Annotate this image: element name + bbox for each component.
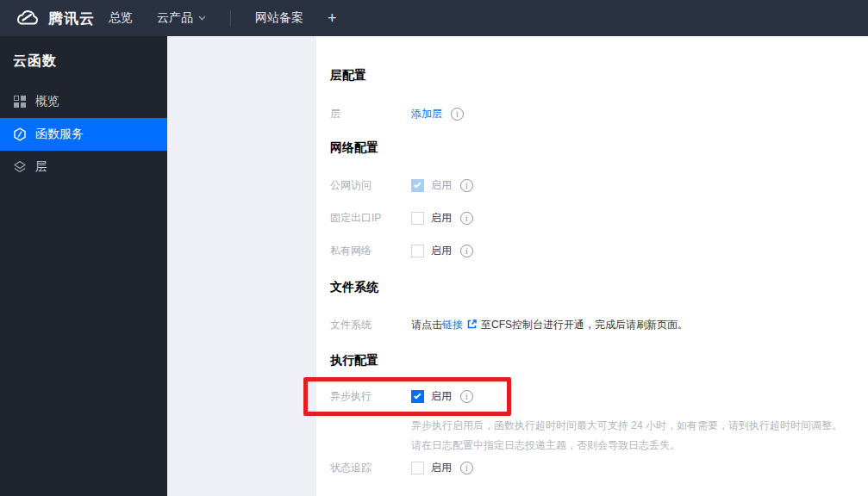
section-heading-execution-config: 执行配置	[330, 353, 378, 369]
status-tracking-checkbox[interactable]	[411, 462, 424, 474]
filesystem-label: 文件系统	[330, 318, 411, 332]
main-content: 层配置 层 添加层 i 网络配置 公网访问 启用 i 固定出口IP 启用 i 私…	[316, 36, 868, 496]
layer-label: 层	[330, 107, 411, 121]
grid-icon	[13, 95, 27, 108]
vpc-checkbox[interactable]	[411, 245, 424, 257]
enable-label: 启用	[431, 461, 452, 475]
sidebar-item-layers[interactable]: 层	[0, 151, 167, 183]
info-icon[interactable]: i	[451, 108, 464, 121]
async-execution-label: 异步执行	[330, 389, 411, 404]
nav-overview[interactable]: 总览	[109, 0, 133, 36]
fixed-outbound-ip-checkbox[interactable]	[411, 212, 424, 225]
sidebar-item-function-service[interactable]: 函数服务	[0, 118, 167, 151]
topnav: 总览 云产品 网站备案 +	[109, 0, 337, 36]
brand[interactable]: 腾讯云	[0, 8, 109, 28]
public-access-checkbox	[411, 179, 424, 192]
public-access-row: 公网访问 启用 i	[330, 177, 473, 193]
info-icon[interactable]: i	[460, 390, 473, 403]
sidebar-item-overview[interactable]: 概览	[0, 85, 167, 118]
sidebar: 云函数 概览 函数服务 层	[0, 36, 167, 496]
sidebar-title: 云函数	[0, 36, 167, 85]
enable-label: 启用	[431, 389, 452, 404]
section-heading-layer-config: 层配置	[330, 68, 366, 84]
section-heading-filesystem: 文件系统	[330, 280, 378, 295]
sidebar-item-label: 函数服务	[35, 127, 84, 142]
enable-label: 启用	[431, 244, 452, 258]
info-icon[interactable]: i	[460, 179, 473, 192]
async-execution-help: 异步执行启用后，函数执行超时时间最大可支持 24 小时，如有需要，请到执行超时时…	[411, 416, 868, 456]
app-body: 云函数 概览 函数服务 层	[0, 36, 868, 496]
section-heading-network-config: 网络配置	[330, 140, 378, 156]
nav-cloud-products[interactable]: 云产品	[157, 0, 206, 36]
cfs-console-link[interactable]: 链接	[442, 319, 463, 331]
enable-label: 启用	[431, 178, 452, 193]
topbar: 腾讯云 总览 云产品 网站备案 +	[0, 0, 868, 36]
add-layer-link[interactable]: 添加层	[411, 107, 442, 121]
sidebar-item-label: 概览	[35, 94, 59, 109]
async-help-line2: 请在日志配置中指定日志投递主题，否则会导致日志丢失。	[411, 436, 868, 456]
async-execution-row: 异步执行 启用 i	[330, 388, 473, 404]
fixed-outbound-ip-row: 固定出口IP 启用 i	[330, 210, 473, 226]
status-tracking-label: 状态追踪	[330, 461, 411, 475]
enable-label: 启用	[431, 211, 452, 226]
filesystem-hint: 请点击链接至CFS控制台进行开通，完成后请刷新页面。	[411, 318, 688, 332]
public-access-label: 公网访问	[330, 178, 411, 193]
external-link-icon	[466, 319, 478, 330]
filesystem-row: 文件系统 请点击链接至CFS控制台进行开通，完成后请刷新页面。	[330, 317, 688, 332]
vpc-label: 私有网络	[330, 244, 411, 258]
nav-cloud-products-label: 云产品	[157, 10, 193, 26]
info-icon[interactable]: i	[460, 462, 473, 474]
fixed-outbound-ip-label: 固定出口IP	[330, 211, 411, 226]
info-icon[interactable]: i	[460, 245, 473, 257]
async-help-line1: 异步执行启用后，函数执行超时时间最大可支持 24 小时，如有需要，请到执行超时时…	[411, 416, 868, 436]
topnav-divider	[230, 10, 231, 26]
vpc-row: 私有网络 启用 i	[330, 243, 473, 258]
info-icon[interactable]: i	[460, 212, 473, 225]
layer-row: 层 添加层 i	[330, 106, 464, 121]
nav-icp-filing[interactable]: 网站备案	[255, 0, 303, 36]
filesystem-hint-after: 至CFS控制台进行开通，完成后请刷新页面。	[481, 319, 688, 331]
secondary-panel	[167, 36, 316, 496]
layers-icon	[13, 160, 27, 174]
brand-name: 腾讯云	[48, 9, 95, 28]
function-icon	[13, 127, 27, 141]
status-tracking-row: 状态追踪 启用 i	[330, 460, 473, 475]
chevron-down-icon	[198, 16, 206, 21]
filesystem-hint-before: 请点击	[411, 319, 442, 331]
add-tab-button[interactable]: +	[328, 0, 337, 36]
sidebar-item-label: 层	[35, 159, 47, 175]
tencent-cloud-logo-icon	[12, 8, 41, 28]
async-execution-checkbox[interactable]	[411, 390, 424, 403]
